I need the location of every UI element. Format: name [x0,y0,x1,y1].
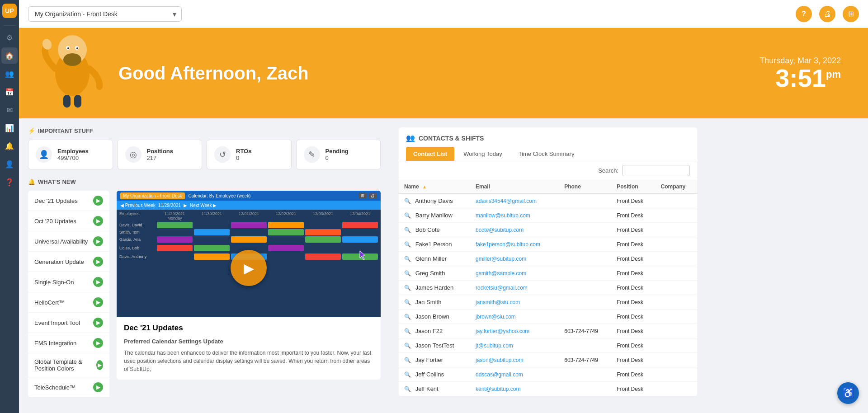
stat-rtos[interactable]: ↺ RTOs 0 [207,140,292,169]
email-link[interactable]: rocketsiu@gmail.com [476,285,528,291]
email-link[interactable]: manilow@subitup.com [476,212,530,219]
cell-email[interactable]: jay.fortier@yahoo.com [470,324,559,338]
sidebar-item-home[interactable]: 🏠 [1,47,18,64]
cell-position: Front Desk [611,266,655,281]
cell-name: 🔍 Fake1 Person [399,237,470,252]
col-name[interactable]: Name ▲ [399,180,470,194]
cell-email[interactable]: rocketsiu@gmail.com [470,281,559,295]
cell-name: 🔍 Jan Smith [399,295,470,310]
search-icon-small: 🔍 [404,285,411,291]
sidebar-item-notifications[interactable]: 🔔 [1,138,18,154]
sidebar-item-reports[interactable]: 📊 [1,120,18,136]
tab-contact-list[interactable]: Contact List [406,147,454,161]
cell-company [655,295,697,310]
email-link[interactable]: gsmith@sample.com [476,270,526,277]
news-item-global[interactable]: Global Template & Position Colors ▶ [28,353,109,377]
tab-time-clock[interactable]: Time Clock Summary [511,147,582,161]
help-icon[interactable]: ? [796,6,812,22]
print-icon[interactable]: 🖨 [819,6,835,22]
grid-icon[interactable]: ⊞ [843,6,859,22]
cell-email[interactable]: jt@subitup.com [470,338,559,353]
news-item-generation[interactable]: Generation Update ▶ [28,252,109,272]
table-row[interactable]: 🔍 Jason F22 jay.fortier@yahoo.com 603-72… [399,324,697,338]
cell-name: 🔍 James Harden [399,281,470,295]
stat-pending[interactable]: ✎ Pending 0 [296,140,381,169]
table-row[interactable]: 🔍 James Harden rocketsiu@gmail.com Front… [399,281,697,295]
cell-email[interactable]: kent@subitup.com [470,382,559,396]
table-row[interactable]: 🔍 Jason Brown jbrown@siu.com Front Desk [399,310,697,324]
cell-company [655,281,697,295]
org-selector-wrap[interactable]: My Organization - Front Desk [28,6,182,22]
table-row[interactable]: 🔍 Fake1 Person fake1person@subitup.com F… [399,237,697,252]
stat-employees[interactable]: 👤 Employees 499/700 [28,140,113,169]
email-link[interactable]: kent@subitup.com [476,386,521,392]
table-row[interactable]: 🔍 Barry Manilow manilow@subitup.com Fron… [399,208,697,223]
news-item-event[interactable]: Event Import Tool ▶ [28,313,109,333]
table-row[interactable]: 🔍 Jay Fortier jason@subitup.com 603-724-… [399,353,697,367]
table-row[interactable]: 🔍 Jason TestTest jt@subitup.com Front De… [399,338,697,353]
cell-email[interactable]: jason@subitup.com [470,353,559,367]
news-item-universal[interactable]: Universal Availability ▶ [28,231,109,252]
email-link[interactable]: jay.fortier@yahoo.com [476,328,529,334]
news-item-ems[interactable]: EMS Integration ▶ [28,333,109,353]
table-row[interactable]: 🔍 Jan Smith jansmith@siu.com Front Desk [399,295,697,310]
contact-search-input[interactable] [622,165,690,176]
tab-working-today[interactable]: Working Today [456,147,509,161]
table-row[interactable]: 🔍 Greg Smith gsmith@sample.com Front Des… [399,266,697,281]
cell-email[interactable]: adavis34544@gmail.com [470,194,559,208]
cell-email[interactable]: fake1person@subitup.com [470,237,559,252]
table-row[interactable]: 🔍 Anthony Davis adavis34544@gmail.com Fr… [399,194,697,208]
cell-position: Front Desk [611,353,655,367]
news-item-dec21[interactable]: Dec '21 Updates ▶ [28,191,109,211]
email-link[interactable]: bcote@subitup.com [476,227,524,233]
search-icon-small: 🔍 [404,241,411,248]
name-value: Anthony Davis [415,197,453,204]
cell-email[interactable]: manilow@subitup.com [470,208,559,223]
table-row[interactable]: 🔍 Jeff Collins ddscas@gmail.com Front De… [399,367,697,382]
search-icon-small: 🔍 [404,270,411,277]
accessibility-button[interactable]: ♿ [837,382,859,404]
video-play-area[interactable]: Garcia, Ana Cole [119,236,378,300]
table-row[interactable]: 🔍 Glenn Miller gmiller@subitup.com Front… [399,252,697,266]
cell-email[interactable]: ddscas@gmail.com [470,367,559,382]
news-item-sso[interactable]: Single Sign-On ▶ [28,272,109,292]
cell-email[interactable]: jansmith@siu.com [470,295,559,310]
main-content: My Organization - Front Desk ? 🖨 ⊞ [19,0,868,413]
contacts-table-wrap[interactable]: Name ▲ Email Phone Positio [399,180,697,396]
email-link[interactable]: ddscas@gmail.com [476,371,523,378]
org-selector[interactable]: My Organization - Front Desk [28,6,182,22]
table-row[interactable]: 🔍 Bob Cote bcote@subitup.com Front Desk [399,223,697,237]
email-link[interactable]: jbrown@siu.com [476,314,516,320]
col-email[interactable]: Email [470,180,559,194]
play-button[interactable]: ▶ [231,250,267,286]
email-link[interactable]: jt@subitup.com [476,343,513,349]
news-item-hellocert[interactable]: HelloCert™ ▶ [28,292,109,313]
sidebar-item-messages[interactable]: ✉ [1,102,18,118]
email-link[interactable]: jansmith@siu.com [476,299,520,305]
col-phone[interactable]: Phone [559,180,611,194]
sidebar-item-calendar[interactable]: 📅 [1,84,18,100]
news-item-oct20[interactable]: Oct '20 Updates ▶ [28,211,109,231]
col-position[interactable]: Position [611,180,655,194]
table-row[interactable]: 🔍 Jeff Kent kent@subitup.com Front Desk [399,382,697,396]
cell-email[interactable]: bcote@subitup.com [470,223,559,237]
news-item-teleschedule[interactable]: TeleSchedule™ ▶ [28,377,109,398]
email-link[interactable]: gmiller@subitup.com [476,256,526,262]
sidebar-item-profile[interactable]: 👤 [1,156,18,172]
name-value: Fake1 Person [415,241,452,248]
col-company[interactable]: Company [655,180,697,194]
email-link[interactable]: jason@subitup.com [476,357,524,363]
email-link[interactable]: adavis34544@gmail.com [476,198,537,204]
app-logo[interactable]: UP [2,4,17,18]
stat-positions[interactable]: ◎ Positions 217 [118,140,203,169]
positions-value: 217 [147,155,174,161]
sidebar-item-people[interactable]: 👥 [1,66,18,82]
cell-email[interactable]: jbrown@siu.com [470,310,559,324]
cell-email[interactable]: gsmith@sample.com [470,266,559,281]
cell-email[interactable]: gmiller@subitup.com [470,252,559,266]
search-icon-small: 🔍 [404,328,411,334]
cell-position: Front Desk [611,338,655,353]
sidebar-item-settings[interactable]: ⚙ [1,29,18,46]
email-link[interactable]: fake1person@subitup.com [476,241,540,248]
sidebar-item-help[interactable]: ❓ [1,174,18,190]
